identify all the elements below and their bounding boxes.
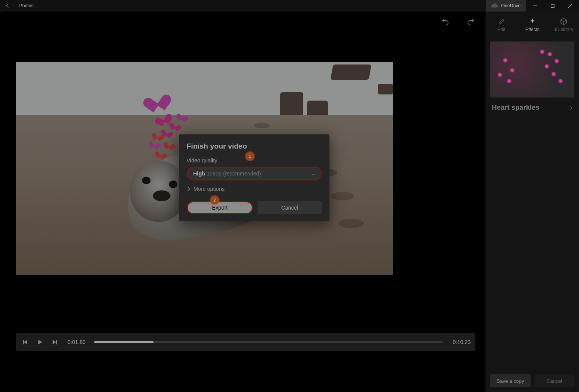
- seek-progress: [94, 341, 154, 343]
- video-subject-nose: [153, 190, 170, 201]
- onedrive-status[interactable]: OneDrive: [486, 0, 526, 12]
- arrow-left-icon: [5, 3, 10, 8]
- export-button-label: Export: [212, 205, 227, 211]
- video-rock: [280, 92, 303, 117]
- export-button[interactable]: Export: [187, 201, 253, 214]
- cube-icon: [560, 18, 567, 25]
- cloud-offline-icon: [491, 3, 498, 8]
- play-icon: [37, 339, 43, 345]
- export-dialog: Finish your video Video quality High 108…: [179, 134, 329, 221]
- main-area: Finish your video Video quality High 108…: [0, 12, 579, 392]
- save-copy-button[interactable]: Save a copy: [490, 374, 531, 387]
- chevron-down-icon: ⌄: [311, 171, 315, 176]
- sparkle-icon: [529, 18, 536, 25]
- video-subject-eye: [169, 180, 177, 188]
- heart-effect-icon: [151, 139, 160, 148]
- undo-icon: [441, 17, 450, 26]
- svg-rect-2: [551, 4, 554, 7]
- pencil-icon: [498, 18, 505, 25]
- close-button[interactable]: [561, 0, 579, 12]
- tab-3d-library[interactable]: 3D library: [548, 12, 579, 38]
- current-time: 0:01.80: [68, 339, 86, 345]
- next-frame-button[interactable]: [50, 337, 59, 347]
- chevron-right-icon: [187, 187, 190, 191]
- video-stage: Finish your video Video quality High 108…: [0, 12, 485, 392]
- heart-effect-icon: [163, 127, 172, 136]
- effects-sidebar: Edit Effects 3D library He: [485, 12, 579, 392]
- tab-library-label: 3D library: [554, 27, 573, 32]
- title-bar: Photos OneDrive: [0, 0, 579, 12]
- playback-bar: 0:01.80 0:10.23: [16, 333, 475, 351]
- quality-label: Video quality: [187, 157, 322, 164]
- tab-effects-label: Effects: [525, 27, 539, 32]
- video-rock: [330, 65, 371, 80]
- annotation-badge-1: 1: [246, 152, 254, 160]
- duration: 0:10.23: [453, 339, 471, 345]
- more-options-label: More options: [194, 186, 225, 192]
- heart-effect-icon: [178, 111, 187, 120]
- step-forward-icon: [52, 339, 57, 345]
- minimize-button[interactable]: [526, 0, 544, 12]
- selected-effect-name: Heart sparkles: [492, 104, 539, 112]
- seek-track[interactable]: [94, 341, 444, 343]
- effect-thumbnail-bg: [490, 41, 574, 98]
- tab-edit-label: Edit: [497, 27, 505, 32]
- selected-effect-row[interactable]: Heart sparkles: [486, 101, 579, 112]
- redo-icon: [467, 17, 475, 26]
- svg-rect-3: [23, 340, 24, 344]
- heart-effect-icon: [147, 89, 166, 108]
- minimize-icon: [533, 3, 537, 8]
- chevron-right-icon: [569, 105, 573, 111]
- maximize-button[interactable]: [544, 0, 561, 12]
- quality-value-prefix: High: [193, 170, 205, 177]
- heart-effect-icon: [157, 149, 166, 158]
- app-title: Photos: [19, 3, 33, 8]
- video-subject-eye: [142, 177, 151, 184]
- sidebar-cancel-button[interactable]: Cancel: [534, 374, 575, 387]
- tab-effects[interactable]: Effects: [517, 12, 548, 38]
- close-icon: [568, 3, 572, 8]
- heart-effect-icon: [165, 140, 174, 149]
- dialog-title: Finish your video: [187, 142, 322, 151]
- prev-frame-button[interactable]: [21, 337, 30, 347]
- redo-button[interactable]: [464, 15, 478, 28]
- step-back-icon: [23, 339, 28, 345]
- annotation-badge-2: 2: [210, 196, 219, 204]
- effect-thumbnail[interactable]: [490, 41, 574, 98]
- back-button[interactable]: [0, 0, 15, 12]
- undo-button[interactable]: [438, 15, 452, 28]
- maximize-icon: [551, 4, 555, 8]
- quality-value-suffix: 1080p (recommended): [207, 170, 261, 177]
- play-button[interactable]: [35, 337, 45, 347]
- cancel-button[interactable]: Cancel: [258, 201, 322, 214]
- quality-dropdown[interactable]: High 1080p (recommended) ⌄: [187, 167, 322, 180]
- tab-edit[interactable]: Edit: [486, 12, 517, 38]
- cancel-button-label: Cancel: [281, 205, 298, 211]
- sidebar-cancel-label: Cancel: [547, 378, 562, 384]
- more-options-toggle[interactable]: More options: [187, 186, 322, 192]
- video-rock: [378, 84, 393, 94]
- save-copy-label: Save a copy: [496, 378, 524, 384]
- heart-effect-icon: [171, 121, 180, 129]
- svg-rect-4: [56, 340, 57, 344]
- onedrive-label: OneDrive: [501, 3, 521, 8]
